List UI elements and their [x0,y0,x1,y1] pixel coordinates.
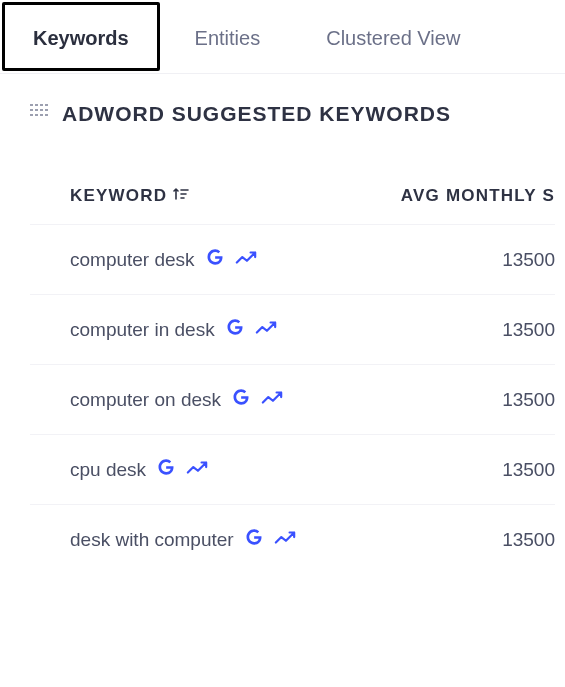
column-header-keyword[interactable]: KEYWORD [70,186,401,206]
svg-rect-1 [35,104,38,106]
google-icon[interactable] [156,457,176,482]
google-icon[interactable] [231,387,251,412]
google-icon[interactable] [244,527,264,552]
cell-keyword: computer in desk [70,317,475,342]
sort-icon [173,186,189,206]
svg-rect-7 [45,109,48,111]
tab-keywords[interactable]: Keywords [2,2,160,71]
trend-icon[interactable] [255,319,277,341]
section-header: ADWORD SUGGESTED KEYWORDS [30,102,555,126]
table-row: computer on desk 13500 [30,364,555,434]
svg-rect-9 [35,114,38,116]
tabs-bar: Keywords Entities Clustered View [0,0,565,74]
column-header-avg[interactable]: AVG MONTHLY S [401,186,555,206]
cell-avg: 13500 [475,319,555,341]
svg-rect-0 [30,104,33,106]
svg-rect-2 [40,104,43,106]
trend-icon[interactable] [261,389,283,411]
svg-rect-3 [45,104,48,106]
keyword-text: computer in desk [70,319,215,341]
table-header: KEYWORD AVG MONTHLY S [30,186,555,224]
section-adword: ADWORD SUGGESTED KEYWORDS KEYWORD AVG MO… [0,74,565,574]
svg-rect-4 [30,109,33,111]
table-row: desk with computer 13500 [30,504,555,574]
tab-entities[interactable]: Entities [164,2,292,71]
keyword-text: cpu desk [70,459,146,481]
cell-avg: 13500 [475,249,555,271]
cell-avg: 13500 [475,529,555,551]
grid-icon [30,104,50,124]
tab-clustered-view[interactable]: Clustered View [295,2,491,71]
cell-avg: 13500 [475,459,555,481]
svg-rect-10 [40,114,43,116]
trend-icon[interactable] [186,459,208,481]
keywords-table: KEYWORD AVG MONTHLY S computer desk [30,186,555,574]
trend-icon[interactable] [235,249,257,271]
google-icon[interactable] [205,247,225,272]
keyword-text: computer on desk [70,389,221,411]
svg-rect-8 [30,114,33,116]
cell-avg: 13500 [475,389,555,411]
section-title: ADWORD SUGGESTED KEYWORDS [62,102,451,126]
trend-icon[interactable] [274,529,296,551]
svg-rect-6 [40,109,43,111]
table-row: cpu desk 13500 [30,434,555,504]
table-row: computer in desk 13500 [30,294,555,364]
table-body: computer desk 13500 computer in desk [30,224,555,574]
table-row: computer desk 13500 [30,224,555,294]
column-header-keyword-label: KEYWORD [70,186,167,206]
svg-rect-5 [35,109,38,111]
keyword-text: computer desk [70,249,195,271]
keyword-text: desk with computer [70,529,234,551]
google-icon[interactable] [225,317,245,342]
cell-keyword: desk with computer [70,527,475,552]
cell-keyword: computer on desk [70,387,475,412]
cell-keyword: computer desk [70,247,475,272]
svg-rect-11 [45,114,48,116]
cell-keyword: cpu desk [70,457,475,482]
